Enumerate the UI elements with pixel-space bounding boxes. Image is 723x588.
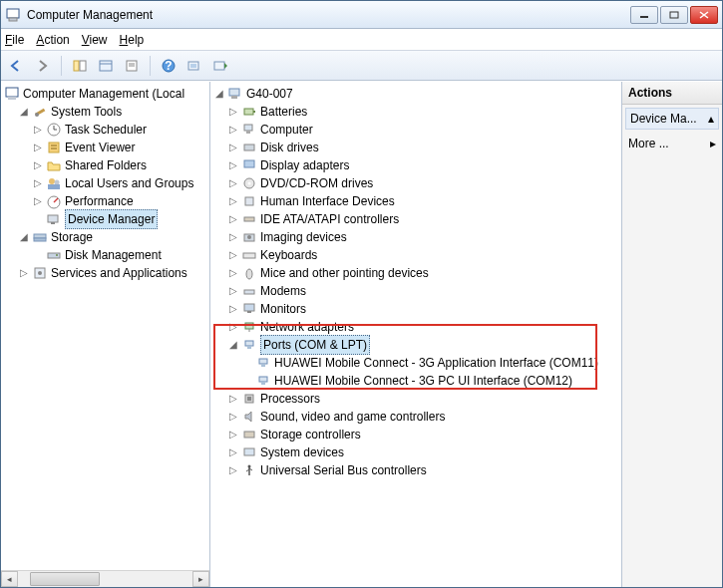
svg-rect-36	[34, 238, 46, 241]
actions-context[interactable]: Device Ma...▴	[625, 108, 719, 130]
expand-icon[interactable]: ▷	[227, 411, 239, 423]
sound-icon	[241, 409, 257, 425]
expand-icon[interactable]: ▷	[227, 106, 239, 118]
tree-system-tools[interactable]: ◢System Tools	[4, 103, 209, 121]
show-hide-tree-button[interactable]	[68, 54, 92, 78]
modem-icon	[241, 283, 257, 299]
properties-button[interactable]	[94, 54, 118, 78]
cat-ports[interactable]: ◢Ports (COM & LPT)	[213, 336, 621, 354]
tree-task-scheduler[interactable]: ▷Task Scheduler	[4, 121, 209, 139]
back-button[interactable]	[5, 54, 29, 78]
svg-rect-59	[247, 311, 251, 313]
expand-icon[interactable]: ▷	[227, 429, 239, 441]
cat-sound[interactable]: ▷Sound, video and game controllers	[213, 408, 621, 426]
expand-icon[interactable]: ▷	[227, 231, 239, 243]
expand-icon[interactable]: ▷	[227, 195, 239, 207]
cat-processors[interactable]: ▷Processors	[213, 390, 621, 408]
expand-icon[interactable]: ▷	[227, 159, 239, 171]
tree-shared-folders[interactable]: ▷Shared Folders	[4, 156, 209, 174]
menu-file[interactable]: File	[5, 33, 24, 47]
port-item-2[interactable]: ▷HUAWEI Mobile Connect - 3G PC UI Interf…	[213, 372, 621, 390]
collapse-icon[interactable]: ◢	[18, 231, 30, 243]
expand-icon[interactable]: ▷	[18, 267, 30, 279]
cat-batteries[interactable]: ▷Batteries	[213, 103, 621, 121]
export-button[interactable]	[120, 54, 144, 78]
svg-rect-64	[259, 359, 267, 364]
tree-disk-management[interactable]: ▷Disk Management	[4, 246, 209, 264]
expand-icon[interactable]: ▷	[227, 249, 239, 261]
system-icon	[241, 444, 257, 460]
expand-icon[interactable]: ▷	[227, 393, 239, 405]
services-icon	[32, 265, 48, 281]
cat-usb[interactable]: ▷Universal Serial Bus controllers	[213, 461, 621, 479]
tree-device-manager[interactable]: ▷Device Manager	[4, 210, 209, 228]
cat-hid[interactable]: ▷Human Interface Devices	[213, 192, 621, 210]
cat-network[interactable]: ▷Network adapters	[213, 318, 621, 336]
tree-local-users[interactable]: ▷Local Users and Groups	[4, 174, 209, 192]
expand-icon[interactable]: ▷	[227, 446, 239, 458]
tree-performance[interactable]: ▷Performance	[4, 192, 209, 210]
cat-modems[interactable]: ▷Modems	[213, 282, 621, 300]
expand-icon[interactable]: ▷	[227, 177, 239, 189]
scroll-thumb[interactable]	[30, 572, 100, 586]
cat-ide[interactable]: ▷IDE ATA/ATAPI controllers	[213, 210, 621, 228]
svg-point-56	[246, 269, 252, 279]
console-tree[interactable]: Computer Management (Local ◢System Tools…	[4, 85, 209, 282]
scroll-track[interactable]	[18, 571, 192, 587]
expand-icon[interactable]: ▷	[227, 285, 239, 297]
svg-rect-8	[100, 61, 112, 71]
expand-icon[interactable]: ▷	[227, 464, 239, 476]
collapse-icon[interactable]: ◢	[227, 339, 239, 351]
tree-services-apps[interactable]: ▷Services and Applications	[4, 264, 209, 282]
expand-icon[interactable]: ▷	[227, 124, 239, 136]
close-button[interactable]	[690, 6, 718, 24]
tree-event-viewer[interactable]: ▷Event Viewer	[4, 139, 209, 156]
menu-action[interactable]: Action	[36, 33, 69, 47]
cat-keyboards[interactable]: ▷Keyboards	[213, 246, 621, 264]
hdd-icon	[241, 140, 257, 155]
dvd-icon	[241, 175, 257, 191]
tree-root[interactable]: Computer Management (Local	[4, 85, 209, 103]
device-root[interactable]: ◢G40-007	[213, 85, 621, 103]
monitor-icon	[241, 301, 257, 317]
cat-computer[interactable]: ▷Computer	[213, 121, 621, 139]
forward-button[interactable]	[31, 54, 55, 78]
cat-storage-ctrl[interactable]: ▷Storage controllers	[213, 426, 621, 443]
cat-disk-drives[interactable]: ▷Disk drives	[213, 139, 621, 156]
cat-imaging[interactable]: ▷Imaging devices	[213, 228, 621, 246]
port-item-1[interactable]: ▷HUAWEI Mobile Connect - 3G Application …	[213, 354, 621, 372]
expand-icon[interactable]: ▷	[32, 195, 44, 207]
update-button[interactable]	[208, 54, 232, 78]
svg-rect-1	[9, 18, 17, 21]
cat-dvd[interactable]: ▷DVD/CD-ROM drives	[213, 174, 621, 192]
expand-icon[interactable]: ▷	[32, 124, 44, 136]
collapse-icon[interactable]: ◢	[18, 106, 30, 118]
help-button[interactable]: ?	[157, 54, 181, 78]
titlebar[interactable]: Computer Management	[1, 1, 722, 29]
scroll-left-button[interactable]: ◂	[1, 571, 18, 587]
expand-icon[interactable]: ▷	[32, 177, 44, 189]
expand-icon[interactable]: ▷	[227, 142, 239, 153]
expand-icon[interactable]: ▷	[227, 267, 239, 279]
minimize-button[interactable]	[630, 6, 658, 24]
menu-view[interactable]: View	[82, 33, 108, 47]
scroll-right-button[interactable]: ▸	[192, 571, 209, 587]
cat-monitors[interactable]: ▷Monitors	[213, 300, 621, 318]
menu-help[interactable]: Help	[120, 33, 145, 47]
expand-icon[interactable]: ▷	[227, 213, 239, 225]
maximize-button[interactable]	[660, 6, 688, 24]
actions-more[interactable]: More ...▸	[622, 133, 722, 154]
tree-storage[interactable]: ◢Storage	[4, 228, 209, 246]
device-tree[interactable]: ◢G40-007 ▷Batteries ▷Computer ▷Disk driv…	[213, 85, 621, 479]
expand-icon[interactable]: ▷	[227, 303, 239, 315]
collapse-icon[interactable]: ◢	[213, 88, 225, 100]
scan-button[interactable]	[182, 54, 206, 78]
scrollbar-horizontal[interactable]: ◂ ▸	[1, 570, 209, 587]
cat-mice[interactable]: ▷Mice and other pointing devices	[213, 264, 621, 282]
cat-display[interactable]: ▷Display adapters	[213, 156, 621, 174]
expand-icon[interactable]: ▷	[227, 321, 239, 333]
svg-point-28	[49, 178, 55, 184]
expand-icon[interactable]: ▷	[32, 159, 44, 171]
cat-system-devices[interactable]: ▷System devices	[213, 443, 621, 461]
expand-icon[interactable]: ▷	[32, 142, 44, 153]
